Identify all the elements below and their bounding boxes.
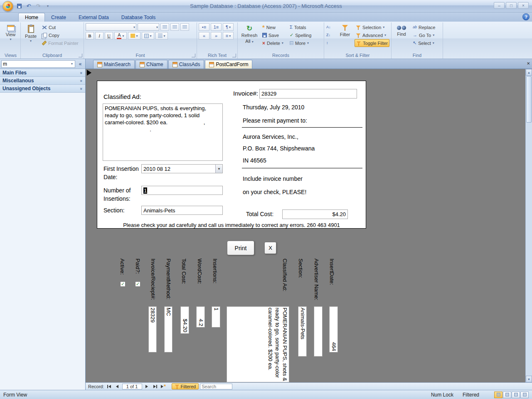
save-button[interactable] [15, 2, 23, 10]
new-blank-record-button[interactable]: * [160, 384, 167, 389]
wordcost-field[interactable]: 4.2 [196, 306, 205, 328]
scrollbar-thumb[interactable] [526, 76, 532, 123]
qat-customize-button[interactable]: ▾ [44, 2, 52, 10]
save-record-button[interactable]: Save [261, 31, 287, 39]
invoice-receipt-field[interactable]: 28329 [148, 306, 157, 352]
font-name-combo[interactable]: ▾ [86, 23, 136, 31]
toggle-filter-button[interactable]: Toggle Filter [355, 39, 389, 47]
paid-checkbox[interactable]: ✓ [135, 281, 140, 287]
next-record-button[interactable] [143, 384, 150, 389]
record-position[interactable]: 1 of 1 [122, 384, 142, 389]
tab-database-tools[interactable]: Database Tools [115, 13, 162, 22]
total-cost-field[interactable]: $4.20 [180, 306, 189, 334]
payment-method-field[interactable]: MC [164, 306, 172, 352]
delete-button[interactable]: × Delete ▾ [261, 39, 287, 47]
scroll-up-icon[interactable]: ▲ [526, 69, 532, 76]
paragraph-button[interactable]: ¶▾ [223, 23, 234, 31]
section-textbox[interactable]: Animals-Pets [141, 206, 223, 215]
nav-group-main-files[interactable]: Main Files » [0, 69, 85, 77]
doc-tab-classads[interactable]: ClassAds [168, 60, 204, 69]
section-field[interactable]: Animals-Pets [298, 306, 307, 357]
doc-tab-cname[interactable]: CName [135, 60, 167, 69]
help-icon[interactable]: ? [522, 13, 530, 20]
first-record-button[interactable] [106, 384, 113, 389]
nav-combo-dropdown-icon[interactable]: ▾ [69, 62, 75, 66]
format-painter-button[interactable]: Format Painter [41, 39, 80, 47]
tab-create[interactable]: Create [45, 13, 72, 22]
alt-fill-button[interactable]: ▾ [155, 32, 168, 39]
selection-button[interactable]: Selection ▾ [355, 23, 389, 31]
previous-record-button[interactable] [114, 384, 121, 389]
layout-view-shortcut-button[interactable] [512, 392, 520, 398]
insertions-field[interactable]: 1 [212, 306, 220, 328]
first-insertion-combo[interactable]: 2010 08 12 ▼ [141, 164, 223, 173]
num-insertions-textbox[interactable]: 1 [141, 186, 223, 195]
replace-button[interactable]: ab Replace [411, 23, 441, 31]
doc-tab-mainsearch[interactable]: MainSearch [93, 60, 135, 69]
goto-button[interactable]: → Go To ▾ [411, 31, 441, 39]
minimize-button[interactable]: – [494, 2, 505, 9]
nav-search-input[interactable] [2, 61, 69, 67]
filter-button[interactable]: Filter [337, 23, 353, 52]
increase-indent-button[interactable]: » [211, 32, 222, 39]
combo-dropdown-icon[interactable]: ▼ [215, 165, 222, 173]
vertical-scrollbar[interactable]: ▲ ▼ [525, 69, 532, 382]
bullets-button[interactable]: •≡ [199, 23, 209, 31]
find-button[interactable]: Find [393, 23, 410, 52]
cut-button[interactable]: Cut [41, 23, 80, 31]
tab-home[interactable]: Home [18, 13, 45, 22]
datasheet-view-shortcut-button[interactable] [503, 392, 511, 398]
align-left-button[interactable] [160, 23, 169, 31]
nav-group-unassigned-objects[interactable]: Unassigned Objects » [0, 85, 85, 93]
form-view-shortcut-button[interactable] [494, 392, 502, 398]
office-button[interactable] [2, 1, 13, 12]
sort-descending-button[interactable]: Z↓ [326, 31, 335, 39]
select-button[interactable]: ↖ Select ▾ [411, 39, 441, 47]
invoice-textbox[interactable]: 28329 [259, 89, 357, 99]
redo-button[interactable]: ↷ [34, 2, 42, 10]
numbering-button[interactable]: 1≡ [211, 23, 222, 31]
print-button[interactable]: Print [227, 241, 254, 255]
text-direction-button[interactable]: ≡▾ [223, 32, 234, 39]
nav-group-miscellanous[interactable]: Miscellanous » [0, 77, 85, 85]
doc-tab-postcardform[interactable]: PostCardForm [205, 60, 252, 69]
close-form-button[interactable]: X [264, 242, 276, 254]
bold-button[interactable]: B [86, 32, 94, 39]
spelling-button[interactable]: ✓ Spelling [288, 31, 321, 39]
rich-text-dialog-launcher-icon[interactable] [232, 54, 236, 57]
underline-button[interactable]: U [105, 32, 113, 39]
totals-button[interactable]: Σ Totals [288, 23, 321, 31]
last-record-button[interactable] [152, 384, 159, 389]
advertiser-name-field[interactable] [314, 306, 323, 357]
filtered-toggle-button[interactable]: Filtered [172, 383, 199, 389]
insertdate-field[interactable]: 464 [329, 306, 338, 352]
refresh-all-button[interactable]: ↻ Refresh All ▾ [239, 23, 259, 52]
font-size-combo[interactable]: ▾ [138, 23, 159, 31]
total-cost-textbox[interactable]: $4.20 [282, 209, 348, 219]
fill-color-button[interactable]: ▾ [128, 32, 140, 39]
design-view-shortcut-button[interactable] [520, 392, 529, 398]
view-button[interactable]: View ▾ [2, 23, 19, 52]
maximize-button[interactable]: □ [506, 2, 517, 9]
align-center-button[interactable] [170, 23, 179, 31]
sort-ascending-button[interactable]: A↓ [326, 23, 335, 31]
undo-button[interactable]: ↶ [25, 2, 32, 10]
shutter-bar-collapse-icon[interactable]: « [76, 60, 84, 68]
font-dialog-launcher-icon[interactable] [192, 54, 195, 57]
record-search-input[interactable] [200, 384, 232, 389]
scroll-down-icon[interactable]: ▼ [526, 376, 532, 382]
clear-sorts-button[interactable]: ↕ [326, 39, 335, 47]
close-document-icon[interactable]: × [527, 61, 530, 66]
close-window-button[interactable]: × [518, 2, 529, 9]
advanced-button[interactable]: Advanced ▾ [355, 31, 389, 39]
classified-ad-field[interactable]: POMERANIAN PUPS, shots & ready to go, so… [227, 306, 289, 382]
italic-button[interactable]: I [95, 32, 103, 39]
paste-button[interactable]: Paste ▾ [22, 23, 39, 52]
active-checkbox[interactable]: ✓ [120, 281, 126, 287]
font-color-button[interactable]: A ▾ [114, 32, 127, 39]
new-record-button[interactable]: * New [261, 23, 287, 31]
clipboard-dialog-launcher-icon[interactable] [79, 54, 82, 57]
gridlines-button[interactable]: ▾ [142, 32, 154, 39]
more-button[interactable]: More ▾ [288, 39, 321, 47]
classified-ad-textbox[interactable]: POMERANIAN PUPS, shots & everything, rea… [103, 103, 223, 161]
